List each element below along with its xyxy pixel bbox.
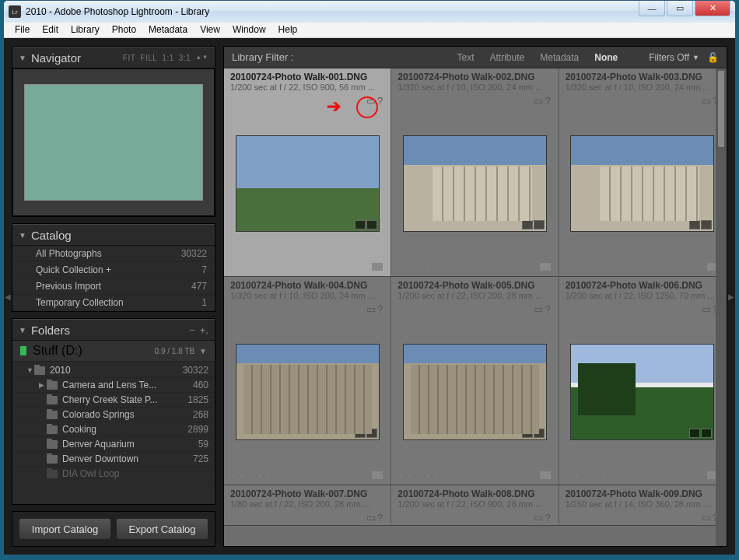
menu-metadata[interactable]: Metadata: [142, 23, 194, 37]
metadata-status-icon[interactable]: ▭: [366, 303, 376, 316]
nav-mode-fill[interactable]: FILL: [140, 54, 157, 62]
catalog-header[interactable]: ▼ Catalog: [12, 224, 215, 246]
menu-photo[interactable]: Photo: [106, 23, 142, 37]
color-label[interactable]: [540, 263, 551, 271]
badge-icon: [534, 220, 545, 229]
thumbnail-cell[interactable]: 20100724-Photo Walk-003.DNG1/320 sec at …: [559, 68, 727, 277]
metadata-status-icon[interactable]: ▭: [534, 512, 543, 523]
metadata-status-icon[interactable]: ▭: [534, 95, 543, 107]
metadata-status-icon[interactable]: ▭: [702, 95, 711, 107]
chevron-expand-icon[interactable]: ▲▼: [195, 54, 208, 62]
filters-off-toggle[interactable]: Filters Off ▼: [649, 52, 699, 63]
import-catalog-button[interactable]: Import Catalog: [19, 518, 111, 540]
thumbnail-image[interactable]: [236, 135, 380, 232]
rating-dots[interactable]: · · · · ·: [567, 263, 608, 271]
export-catalog-button[interactable]: Export Catalog: [116, 518, 208, 540]
thumbnail-image[interactable]: [403, 135, 547, 232]
filter-tab-none[interactable]: None: [594, 52, 618, 63]
right-panel-toggle[interactable]: ▶: [727, 278, 735, 315]
folder-remove-icon[interactable]: −: [189, 324, 195, 336]
volume-row[interactable]: Stuff (D:) 0.9 / 1.8 TB ▼: [12, 341, 215, 362]
folder-item[interactable]: DIA Owl Loop: [12, 467, 215, 481]
thumbnail-cell[interactable]: 20100724-Photo Walk-007.DNG1/80 sec at f…: [224, 485, 391, 526]
thumbnail-cell[interactable]: 20100724-Photo Walk-004.DNG1/320 sec at …: [224, 277, 391, 485]
volume-name: Stuff (D:): [33, 344, 82, 358]
window-minimize-button[interactable]: —: [639, 1, 665, 16]
folder-item[interactable]: Colorado Springs268: [12, 408, 215, 422]
thumbnail-cell[interactable]: 20100724-Photo Walk-006.DNG1/200 sec at …: [559, 277, 727, 485]
navigator-header[interactable]: ▼ Navigator FIT FILL 1:1 3:1 ▲▼: [12, 47, 215, 68]
chevron-right-icon[interactable]: ▶: [39, 381, 47, 389]
filter-tab-metadata[interactable]: Metadata: [540, 52, 579, 63]
folder-item[interactable]: Cooking2899: [12, 422, 215, 437]
chevron-down-icon[interactable]: ▼: [199, 347, 207, 355]
thumbnail-image[interactable]: [570, 135, 714, 232]
menu-file[interactable]: File: [9, 23, 36, 37]
rating-dots[interactable]: · · · · ·: [567, 471, 608, 480]
thumbnail-meta: 1/200 sec at f / 22, ISO 900, 28 mm ...: [398, 499, 552, 509]
thumbnail-cell[interactable]: 20100724-Photo Walk-002.DNG1/320 sec at …: [391, 68, 559, 277]
metadata-status-icon[interactable]: ▭: [702, 512, 711, 523]
metadata-status-icon[interactable]: ▭: [534, 303, 543, 316]
menu-view[interactable]: View: [194, 23, 226, 37]
thumbnail-cell[interactable]: 20100724-Photo Walk-008.DNG1/200 sec at …: [391, 485, 559, 526]
thumbnail-filename: 20100724-Photo Walk-007.DNG: [230, 488, 384, 499]
filter-tab-text[interactable]: Text: [457, 52, 475, 63]
rating-dots[interactable]: · · · · ·: [399, 263, 440, 271]
menu-library[interactable]: Library: [65, 23, 106, 37]
scrollbar-thumb[interactable]: [717, 70, 725, 148]
grid-scrollbar[interactable]: [716, 68, 727, 546]
catalog-item-previous[interactable]: Previous Import477: [12, 278, 215, 295]
nav-mode-fit[interactable]: FIT: [123, 54, 136, 62]
nav-mode-3to1[interactable]: 3:1: [179, 54, 191, 62]
color-label[interactable]: [540, 471, 551, 479]
folder-item[interactable]: ▶Camera and Lens Te...460: [12, 378, 215, 393]
metadata-status-icon[interactable]: ▭: [366, 95, 376, 107]
thumbnail-image[interactable]: [403, 344, 547, 440]
metadata-unknown-icon[interactable]: ?: [377, 95, 383, 107]
rating-dots[interactable]: · · · · ·: [232, 471, 272, 480]
window-titlebar[interactable]: Lr 2010 - Adobe Photoshop Lightroom - Li…: [4, 1, 735, 23]
left-panel-toggle[interactable]: ◀: [4, 278, 12, 315]
metadata-unknown-icon[interactable]: ?: [377, 512, 383, 523]
thumbnail-cell[interactable]: 20100724-Photo Walk-005.DNG1/200 sec at …: [391, 277, 559, 485]
color-label[interactable]: [372, 471, 383, 479]
navigator-title: Navigator: [31, 51, 81, 65]
window-title: 2010 - Adobe Photoshop Lightroom - Libra…: [26, 6, 209, 17]
metadata-unknown-icon[interactable]: ?: [545, 512, 550, 523]
menu-edit[interactable]: Edit: [36, 23, 65, 37]
folder-item[interactable]: Denver Aquarium59: [12, 437, 215, 452]
thumbnail-meta: 1/250 sec at f / 14, ISO 360, 28 mm ...: [566, 499, 720, 509]
rating-dots[interactable]: · · · · ·: [399, 471, 440, 480]
catalog-item-temp[interactable]: Temporary Collection1: [12, 295, 215, 311]
nav-mode-1to1[interactable]: 1:1: [162, 54, 173, 62]
menu-help[interactable]: Help: [272, 23, 304, 37]
metadata-unknown-icon[interactable]: ?: [377, 303, 383, 316]
rating-dots[interactable]: · · · · ·: [232, 263, 272, 271]
folder-item[interactable]: Denver Downtown725: [12, 452, 215, 467]
thumbnail-grid[interactable]: 20100724-Photo Walk-001.DNG1/200 sec at …: [224, 68, 727, 546]
metadata-status-icon[interactable]: ▭: [366, 512, 376, 523]
chevron-down-icon[interactable]: ▼: [26, 366, 34, 374]
catalog-item-all[interactable]: All Photographs30322: [12, 246, 215, 262]
thumbnail-cell[interactable]: 20100724-Photo Walk-009.DNG1/250 sec at …: [559, 485, 727, 526]
window-maximize-button[interactable]: ▭: [667, 1, 693, 16]
metadata-status-icon[interactable]: ▭: [702, 303, 711, 316]
navigator-preview[interactable]: [12, 68, 215, 216]
thumbnail-image[interactable]: [236, 344, 380, 440]
menu-window[interactable]: Window: [226, 23, 272, 37]
catalog-item-quick[interactable]: Quick Collection +7: [12, 262, 215, 278]
metadata-unknown-icon[interactable]: ?: [545, 95, 550, 107]
filter-tab-attribute[interactable]: Attribute: [490, 52, 525, 63]
folder-add-icon[interactable]: +.: [200, 324, 208, 336]
window-close-button[interactable]: ✕: [695, 1, 730, 16]
menu-bar: File Edit Library Photo Metadata View Wi…: [4, 23, 735, 38]
folder-root[interactable]: ▼ 201030322: [12, 363, 215, 378]
thumbnail-image[interactable]: [570, 344, 714, 440]
folder-item[interactable]: Cherry Creek State P...1825: [12, 393, 215, 408]
lock-icon[interactable]: 🔓: [707, 52, 719, 63]
color-label[interactable]: [372, 263, 383, 271]
thumbnail-cell[interactable]: 20100724-Photo Walk-001.DNG1/200 sec at …: [224, 68, 391, 277]
folders-header[interactable]: ▼ Folders − +.: [12, 319, 215, 341]
metadata-unknown-icon[interactable]: ?: [545, 303, 550, 316]
